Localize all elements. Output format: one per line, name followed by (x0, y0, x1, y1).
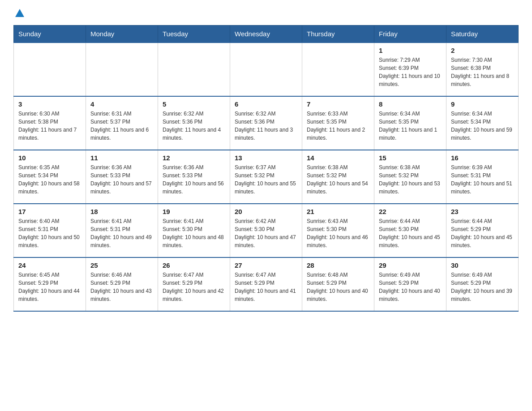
day-number: 13 (235, 154, 297, 162)
week-row-3: 10Sunrise: 6:35 AMSunset: 5:34 PMDayligh… (14, 150, 519, 204)
day-number: 25 (90, 261, 153, 269)
day-number: 20 (235, 208, 297, 215)
calendar-table: SundayMondayTuesdayWednesdayThursdayFrid… (13, 25, 519, 312)
weekday-header-tuesday: Tuesday (158, 26, 230, 43)
day-info: Sunrise: 6:30 AMSunset: 5:38 PMDaylight:… (18, 110, 81, 142)
calendar-cell: 1Sunrise: 7:29 AMSunset: 6:39 PMDaylight… (374, 43, 446, 96)
calendar-cell (158, 43, 230, 96)
day-number: 6 (235, 100, 297, 108)
calendar-cell: 25Sunrise: 6:46 AMSunset: 5:29 PMDayligh… (86, 257, 158, 311)
calendar-cell: 21Sunrise: 6:43 AMSunset: 5:30 PMDayligh… (302, 204, 374, 257)
calendar-cell: 20Sunrise: 6:42 AMSunset: 5:30 PMDayligh… (230, 204, 302, 257)
day-number: 28 (307, 261, 369, 269)
calendar-cell: 14Sunrise: 6:38 AMSunset: 5:32 PMDayligh… (302, 150, 374, 204)
day-number: 23 (451, 208, 514, 215)
day-number: 18 (90, 208, 153, 215)
page-header (13, 9, 519, 17)
calendar-cell: 19Sunrise: 6:41 AMSunset: 5:30 PMDayligh… (158, 204, 230, 257)
day-info: Sunrise: 6:36 AMSunset: 5:33 PMDaylight:… (90, 163, 153, 196)
day-info: Sunrise: 6:47 AMSunset: 5:29 PMDaylight:… (235, 271, 297, 303)
weekday-header-friday: Friday (374, 26, 446, 43)
day-info: Sunrise: 6:43 AMSunset: 5:30 PMDaylight:… (307, 217, 369, 249)
day-number: 7 (307, 100, 369, 108)
calendar-cell: 13Sunrise: 6:37 AMSunset: 5:32 PMDayligh… (230, 150, 302, 204)
day-number: 4 (90, 100, 153, 108)
calendar-cell: 10Sunrise: 6:35 AMSunset: 5:34 PMDayligh… (14, 150, 86, 204)
day-number: 8 (379, 100, 442, 108)
calendar-cell (230, 43, 302, 96)
day-number: 9 (451, 100, 514, 108)
logo (13, 9, 25, 17)
week-row-2: 3Sunrise: 6:30 AMSunset: 5:38 PMDaylight… (14, 96, 519, 150)
day-info: Sunrise: 6:44 AMSunset: 5:30 PMDaylight:… (379, 217, 442, 249)
day-info: Sunrise: 6:38 AMSunset: 5:32 PMDaylight:… (379, 163, 442, 196)
calendar-cell: 2Sunrise: 7:30 AMSunset: 6:38 PMDaylight… (446, 43, 519, 96)
day-info: Sunrise: 6:39 AMSunset: 5:31 PMDaylight:… (451, 163, 514, 196)
calendar-cell: 7Sunrise: 6:33 AMSunset: 5:35 PMDaylight… (302, 96, 374, 150)
day-info: Sunrise: 6:34 AMSunset: 5:34 PMDaylight:… (451, 110, 514, 142)
calendar-cell: 5Sunrise: 6:32 AMSunset: 5:36 PMDaylight… (158, 96, 230, 150)
day-number: 30 (451, 261, 514, 269)
calendar-cell: 8Sunrise: 6:34 AMSunset: 5:35 PMDaylight… (374, 96, 446, 150)
day-number: 15 (379, 154, 442, 162)
day-info: Sunrise: 6:49 AMSunset: 5:29 PMDaylight:… (379, 271, 442, 303)
day-number: 2 (451, 47, 514, 54)
calendar-cell: 22Sunrise: 6:44 AMSunset: 5:30 PMDayligh… (374, 204, 446, 257)
calendar-cell: 12Sunrise: 6:36 AMSunset: 5:33 PMDayligh… (158, 150, 230, 204)
calendar-cell (14, 43, 86, 96)
day-info: Sunrise: 6:35 AMSunset: 5:34 PMDaylight:… (18, 163, 81, 196)
day-info: Sunrise: 6:37 AMSunset: 5:32 PMDaylight:… (235, 163, 297, 196)
day-number: 17 (18, 208, 81, 215)
day-number: 5 (163, 100, 225, 108)
calendar-cell (86, 43, 158, 96)
day-number: 26 (163, 261, 225, 269)
day-info: Sunrise: 6:44 AMSunset: 5:29 PMDaylight:… (451, 217, 514, 249)
calendar-cell: 26Sunrise: 6:47 AMSunset: 5:29 PMDayligh… (158, 257, 230, 311)
calendar-cell: 3Sunrise: 6:30 AMSunset: 5:38 PMDaylight… (14, 96, 86, 150)
week-row-1: 1Sunrise: 7:29 AMSunset: 6:39 PMDaylight… (14, 43, 519, 96)
day-info: Sunrise: 6:36 AMSunset: 5:33 PMDaylight:… (163, 163, 225, 196)
weekday-header-row: SundayMondayTuesdayWednesdayThursdayFrid… (14, 26, 519, 43)
day-info: Sunrise: 6:32 AMSunset: 5:36 PMDaylight:… (235, 110, 297, 142)
day-info: Sunrise: 6:49 AMSunset: 5:29 PMDaylight:… (451, 271, 514, 303)
calendar-cell: 28Sunrise: 6:48 AMSunset: 5:29 PMDayligh… (302, 257, 374, 311)
day-number: 24 (18, 261, 81, 269)
weekday-header-wednesday: Wednesday (230, 26, 302, 43)
week-row-5: 24Sunrise: 6:45 AMSunset: 5:29 PMDayligh… (14, 257, 519, 311)
day-number: 11 (90, 154, 153, 162)
day-info: Sunrise: 6:41 AMSunset: 5:30 PMDaylight:… (163, 217, 225, 249)
calendar-cell: 11Sunrise: 6:36 AMSunset: 5:33 PMDayligh… (86, 150, 158, 204)
day-info: Sunrise: 6:38 AMSunset: 5:32 PMDaylight:… (307, 163, 369, 196)
day-number: 21 (307, 208, 369, 215)
day-number: 12 (163, 154, 225, 162)
day-info: Sunrise: 6:46 AMSunset: 5:29 PMDaylight:… (90, 271, 153, 303)
day-info: Sunrise: 6:40 AMSunset: 5:31 PMDaylight:… (18, 217, 81, 249)
day-info: Sunrise: 6:41 AMSunset: 5:31 PMDaylight:… (90, 217, 153, 249)
calendar-cell: 23Sunrise: 6:44 AMSunset: 5:29 PMDayligh… (446, 204, 519, 257)
day-number: 1 (379, 47, 442, 54)
calendar-cell: 24Sunrise: 6:45 AMSunset: 5:29 PMDayligh… (14, 257, 86, 311)
calendar-cell: 4Sunrise: 6:31 AMSunset: 5:37 PMDaylight… (86, 96, 158, 150)
day-number: 22 (379, 208, 442, 215)
calendar-cell: 9Sunrise: 6:34 AMSunset: 5:34 PMDaylight… (446, 96, 519, 150)
logo-triangle-icon (15, 9, 24, 17)
calendar-cell: 18Sunrise: 6:41 AMSunset: 5:31 PMDayligh… (86, 204, 158, 257)
calendar-cell: 17Sunrise: 6:40 AMSunset: 5:31 PMDayligh… (14, 204, 86, 257)
calendar-cell: 6Sunrise: 6:32 AMSunset: 5:36 PMDaylight… (230, 96, 302, 150)
week-row-4: 17Sunrise: 6:40 AMSunset: 5:31 PMDayligh… (14, 204, 519, 257)
day-info: Sunrise: 6:48 AMSunset: 5:29 PMDaylight:… (307, 271, 369, 303)
day-info: Sunrise: 7:30 AMSunset: 6:38 PMDaylight:… (451, 56, 514, 88)
calendar-cell (302, 43, 374, 96)
day-info: Sunrise: 6:32 AMSunset: 5:36 PMDaylight:… (163, 110, 225, 142)
weekday-header-sunday: Sunday (14, 26, 86, 43)
calendar-cell: 29Sunrise: 6:49 AMSunset: 5:29 PMDayligh… (374, 257, 446, 311)
day-number: 19 (163, 208, 225, 215)
calendar-cell: 15Sunrise: 6:38 AMSunset: 5:32 PMDayligh… (374, 150, 446, 204)
weekday-header-saturday: Saturday (446, 26, 519, 43)
weekday-header-monday: Monday (86, 26, 158, 43)
day-info: Sunrise: 6:33 AMSunset: 5:35 PMDaylight:… (307, 110, 369, 142)
weekday-header-thursday: Thursday (302, 26, 374, 43)
day-number: 27 (235, 261, 297, 269)
day-info: Sunrise: 6:45 AMSunset: 5:29 PMDaylight:… (18, 271, 81, 303)
day-number: 29 (379, 261, 442, 269)
